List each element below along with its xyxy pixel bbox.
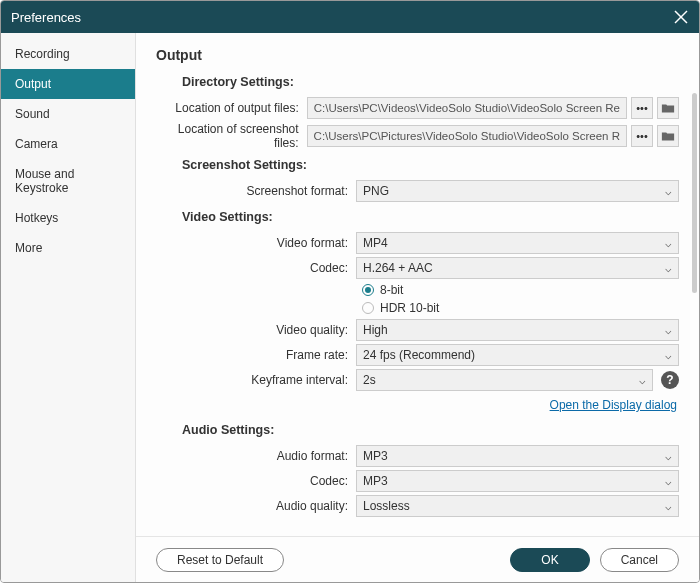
screenshot-format-value: PNG bbox=[363, 184, 389, 198]
sidebar-item-label: More bbox=[15, 241, 42, 255]
keyframe-interval-label: Keyframe interval: bbox=[156, 373, 356, 387]
keyframe-help-icon[interactable]: ? bbox=[661, 371, 679, 389]
output-location-open-folder-icon[interactable] bbox=[657, 97, 679, 119]
output-location-label: Location of output files: bbox=[156, 101, 307, 115]
frame-rate-value: 24 fps (Recommend) bbox=[363, 348, 475, 362]
reset-to-default-button[interactable]: Reset to Default bbox=[156, 548, 284, 572]
output-location-browse-button[interactable]: ••• bbox=[631, 97, 653, 119]
audio-format-label: Audio format: bbox=[156, 449, 356, 463]
content: Output Directory Settings: Location of o… bbox=[136, 33, 699, 582]
radio-label: 8-bit bbox=[380, 283, 403, 297]
video-codec-value: H.264 + AAC bbox=[363, 261, 433, 275]
chevron-down-icon: ⌵ bbox=[665, 237, 672, 250]
sidebar-item-hotkeys[interactable]: Hotkeys bbox=[1, 203, 135, 233]
keyframe-interval-select[interactable]: 2s⌵ bbox=[356, 369, 653, 391]
chevron-down-icon: ⌵ bbox=[665, 349, 672, 362]
audio-codec-select[interactable]: MP3⌵ bbox=[356, 470, 679, 492]
screenshot-format-label: Screenshot format: bbox=[156, 184, 356, 198]
keyframe-interval-value: 2s bbox=[363, 373, 376, 387]
sidebar-item-more[interactable]: More bbox=[1, 233, 135, 263]
chevron-down-icon: ⌵ bbox=[639, 374, 646, 387]
chevron-down-icon: ⌵ bbox=[665, 262, 672, 275]
radio-label: HDR 10-bit bbox=[380, 301, 439, 315]
audio-format-value: MP3 bbox=[363, 449, 388, 463]
open-display-dialog-link[interactable]: Open the Display dialog bbox=[550, 398, 677, 412]
video-quality-select[interactable]: High⌵ bbox=[356, 319, 679, 341]
audio-quality-select[interactable]: Lossless⌵ bbox=[356, 495, 679, 517]
frame-rate-select[interactable]: 24 fps (Recommend)⌵ bbox=[356, 344, 679, 366]
chevron-down-icon: ⌵ bbox=[665, 475, 672, 488]
screenshot-format-select[interactable]: PNG⌵ bbox=[356, 180, 679, 202]
section-video: Video Settings: bbox=[182, 210, 679, 224]
sidebar-item-label: Hotkeys bbox=[15, 211, 58, 225]
video-bitdepth-8bit-radio[interactable]: 8-bit bbox=[362, 283, 679, 297]
chevron-down-icon: ⌵ bbox=[665, 500, 672, 513]
sidebar-item-mouse-keystroke[interactable]: Mouse and Keystroke bbox=[1, 159, 135, 203]
frame-rate-label: Frame rate: bbox=[156, 348, 356, 362]
video-codec-label: Codec: bbox=[156, 261, 356, 275]
sidebar-item-output[interactable]: Output bbox=[1, 69, 135, 99]
video-format-label: Video format: bbox=[156, 236, 356, 250]
sidebar-item-sound[interactable]: Sound bbox=[1, 99, 135, 129]
audio-codec-label: Codec: bbox=[156, 474, 356, 488]
screenshot-location-open-folder-icon[interactable] bbox=[657, 125, 679, 147]
video-bitdepth-hdr-radio[interactable]: HDR 10-bit bbox=[362, 301, 679, 315]
close-icon[interactable] bbox=[673, 9, 689, 25]
video-codec-select[interactable]: H.264 + AAC⌵ bbox=[356, 257, 679, 279]
preferences-window: Preferences Recording Output Sound Camer… bbox=[0, 0, 700, 583]
sidebar-item-recording[interactable]: Recording bbox=[1, 39, 135, 69]
sidebar-item-label: Sound bbox=[15, 107, 50, 121]
video-quality-label: Video quality: bbox=[156, 323, 356, 337]
audio-quality-label: Audio quality: bbox=[156, 499, 356, 513]
audio-quality-value: Lossless bbox=[363, 499, 410, 513]
window-title: Preferences bbox=[11, 10, 673, 25]
ok-button[interactable]: OK bbox=[510, 548, 589, 572]
screenshot-location-label: Location of screenshot files: bbox=[156, 122, 307, 150]
sidebar-item-label: Recording bbox=[15, 47, 70, 61]
chevron-down-icon: ⌵ bbox=[665, 324, 672, 337]
section-screenshot: Screenshot Settings: bbox=[182, 158, 679, 172]
footer: Reset to Default OK Cancel bbox=[136, 536, 699, 582]
chevron-down-icon: ⌵ bbox=[665, 450, 672, 463]
sidebar-item-camera[interactable]: Camera bbox=[1, 129, 135, 159]
chevron-down-icon: ⌵ bbox=[665, 185, 672, 198]
scrollbar-thumb[interactable] bbox=[692, 93, 697, 293]
video-format-select[interactable]: MP4⌵ bbox=[356, 232, 679, 254]
cancel-button[interactable]: Cancel bbox=[600, 548, 679, 572]
sidebar-item-label: Output bbox=[15, 77, 51, 91]
video-format-value: MP4 bbox=[363, 236, 388, 250]
audio-format-select[interactable]: MP3⌵ bbox=[356, 445, 679, 467]
video-quality-value: High bbox=[363, 323, 388, 337]
sidebar-item-label: Camera bbox=[15, 137, 58, 151]
page-title: Output bbox=[156, 47, 679, 63]
audio-codec-value: MP3 bbox=[363, 474, 388, 488]
section-audio: Audio Settings: bbox=[182, 423, 679, 437]
output-location-field[interactable]: C:\Users\PC\Videos\VideoSolo Studio\Vide… bbox=[307, 97, 627, 119]
titlebar: Preferences bbox=[1, 1, 699, 33]
screenshot-location-browse-button[interactable]: ••• bbox=[631, 125, 653, 147]
sidebar-item-label: Mouse and Keystroke bbox=[15, 167, 74, 195]
screenshot-location-field[interactable]: C:\Users\PC\Pictures\VideoSolo Studio\Vi… bbox=[307, 125, 627, 147]
sidebar: Recording Output Sound Camera Mouse and … bbox=[1, 33, 136, 582]
section-directory: Directory Settings: bbox=[182, 75, 679, 89]
